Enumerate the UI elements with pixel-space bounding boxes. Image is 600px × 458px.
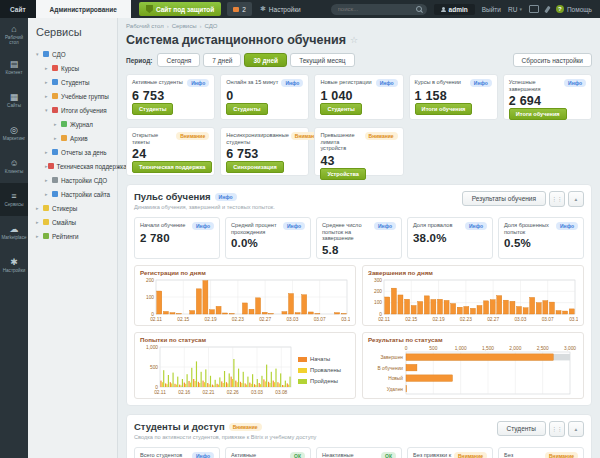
chevron-right-icon[interactable]: ▸	[36, 205, 43, 211]
svg-text:Удален: Удален	[387, 387, 404, 392]
students-button[interactable]: Студенты	[497, 421, 546, 436]
chevron-right-icon[interactable]: ▸	[54, 135, 61, 141]
rail-item-desktop[interactable]: ⌂Рабочий стол	[0, 18, 28, 51]
devices-button[interactable]: Устройства	[320, 168, 366, 180]
breadcrumb-item[interactable]: Сервисы	[172, 23, 197, 29]
language-selector[interactable]: RU ▾	[508, 6, 522, 13]
notifications-button[interactable]: 2	[227, 2, 252, 16]
calendar-icon: ▦	[10, 92, 19, 102]
period-30days-button[interactable]: 30 дней	[244, 53, 287, 67]
search-input[interactable]	[336, 5, 416, 13]
legend-item: Провалены	[298, 367, 350, 373]
drag-handle-icon[interactable]: ⋮⋮	[549, 421, 565, 437]
favorite-star-icon[interactable]: ☆	[350, 35, 358, 45]
svg-text:Завершен: Завершен	[380, 355, 403, 360]
topbar-right-group: admin Выйти RU ▾ ? Помощь	[331, 0, 600, 18]
training-results-button[interactable]: Итоги обучения	[509, 108, 567, 120]
collapse-button[interactable]: ▴	[568, 191, 584, 207]
tab-site[interactable]: Сайт	[0, 0, 36, 18]
groups-icon	[52, 93, 58, 99]
period-today-button[interactable]: Сегодня	[157, 53, 200, 67]
svg-text:500: 500	[150, 365, 158, 370]
chevron-right-icon[interactable]: ▸	[45, 65, 52, 71]
reports-icon	[52, 149, 58, 155]
status-badge: Инфо	[192, 452, 214, 458]
collapse-button[interactable]: ▴	[568, 421, 584, 437]
svg-text:02.23: 02.23	[232, 317, 244, 322]
chevron-right-icon[interactable]: ▸	[45, 149, 52, 155]
chevron-right-icon[interactable]: ▸	[36, 233, 43, 239]
tree-item-groups[interactable]: ▸Учебные группы	[36, 89, 117, 103]
chevron-right-icon[interactable]: ▸	[36, 219, 43, 225]
tree-item-courses[interactable]: ▸Курсы	[36, 61, 117, 75]
drag-handle-icon[interactable]: ⋮⋮	[549, 191, 565, 207]
sync-button[interactable]: Синхронизация	[226, 161, 284, 173]
tree-item-stickers[interactable]: ▸Стикеры	[36, 201, 117, 215]
help-button[interactable]: ? Помощь	[556, 5, 592, 13]
students-icon	[52, 79, 58, 85]
tree-item-support[interactable]: ▸Техническая поддержка	[36, 159, 117, 173]
status-badge: Инфо	[187, 79, 209, 87]
metric-card-fail-rate: Доля проваловИнфо 38.0%	[407, 217, 493, 259]
site-protected-button[interactable]: Сайт под защитой	[139, 2, 221, 16]
logout-link[interactable]: Выйти	[482, 6, 501, 13]
tree-item-journal[interactable]: ▸Журнал	[36, 117, 117, 131]
chevron-right-icon[interactable]: ▸	[54, 121, 61, 127]
tree-item-site-settings[interactable]: ▸Настройки сайта	[36, 187, 117, 201]
period-label: Период:	[126, 57, 152, 64]
students-button[interactable]: Студенты	[132, 103, 173, 115]
breadcrumb-item[interactable]: Рабочий стол	[126, 23, 164, 29]
search-icon[interactable]	[416, 6, 422, 12]
period-month-button[interactable]: Текущий месяц	[290, 53, 354, 67]
tree-item-students[interactable]: ▸Студенты	[36, 75, 117, 89]
tree-label: Студенты	[61, 79, 90, 86]
svg-text:500: 500	[429, 346, 437, 351]
pulse-metrics-row: Начали обучениеИнфо 2 780 Средний процен…	[134, 217, 584, 259]
reset-settings-button[interactable]: Сбросить настройки	[513, 53, 592, 67]
rail-item-marketing[interactable]: ◎Маркетинг	[0, 117, 28, 150]
svg-text:02.19: 02.19	[433, 317, 445, 322]
tree-item-ratings[interactable]: ▸Рейтинги	[36, 229, 117, 243]
breadcrumb-item[interactable]: СДО	[205, 23, 218, 29]
chevron-right-icon[interactable]: ▸	[45, 177, 52, 183]
cloud-icon: ☁	[10, 224, 19, 234]
period-7days-button[interactable]: 7 дней	[203, 53, 241, 67]
desktop-icon[interactable]	[529, 5, 539, 13]
training-results-button[interactable]: Результаты обучения	[462, 191, 546, 206]
svg-text:02.15: 02.15	[405, 317, 417, 322]
chevron-right-icon[interactable]: ▸	[45, 93, 52, 99]
user-button[interactable]: admin	[434, 4, 475, 15]
status-badge: Внимание	[365, 132, 398, 140]
rail-item-settings[interactable]: ✱Настройки	[0, 249, 28, 282]
tree-item-sdo[interactable]: ▾СДО	[36, 47, 117, 61]
training-results-button[interactable]: Итоги обучения	[415, 103, 473, 115]
status-badge: Инфо	[215, 193, 237, 201]
tree-item-results[interactable]: ▾Итоги обучения	[36, 103, 117, 117]
rail-item-services[interactable]: ≡Сервисы	[0, 183, 28, 216]
rail-item-marketplace[interactable]: ☁Marketplace	[0, 216, 28, 249]
tree-item-daily-reports[interactable]: ▸Отчеты за день	[36, 145, 117, 159]
chevron-down-icon[interactable]: ▾	[45, 107, 52, 113]
rail-item-sites[interactable]: ▦Сайты	[0, 84, 28, 117]
rail-item-content[interactable]: ▤Контент	[0, 51, 28, 84]
svg-text:100: 100	[374, 300, 382, 305]
tree-item-smileys[interactable]: ▸Смайлы	[36, 215, 117, 229]
topbar-settings-button[interactable]: ✱ Настройки	[260, 0, 301, 18]
students-button[interactable]: Студенты	[226, 103, 267, 115]
rail-item-clients[interactable]: ☺Клиенты	[0, 150, 28, 183]
chart-title: Завершения по дням	[368, 269, 578, 276]
tab-admin[interactable]: Администрирование	[36, 0, 131, 18]
tree-item-sdo-settings[interactable]: ▸Настройки СДО	[36, 173, 117, 187]
status-badge: Инфо	[374, 222, 396, 230]
students-button[interactable]: Студенты	[320, 103, 361, 115]
tree-item-archive[interactable]: ▸Архив	[36, 131, 117, 145]
chevron-down-icon[interactable]: ▾	[36, 51, 43, 57]
support-button[interactable]: Техническая поддержка	[132, 161, 212, 173]
legend-swatch-passed	[298, 379, 307, 384]
pin-icon[interactable]	[544, 5, 550, 12]
svg-text:2,000: 2,000	[509, 346, 521, 351]
chevron-right-icon[interactable]: ▸	[45, 191, 52, 197]
stat-card-courses-in-training: Курсы в обученииИнфо 1 158 Итоги обучени…	[409, 74, 498, 120]
card-value: 6 753	[132, 89, 209, 103]
chevron-right-icon[interactable]: ▸	[45, 79, 52, 85]
